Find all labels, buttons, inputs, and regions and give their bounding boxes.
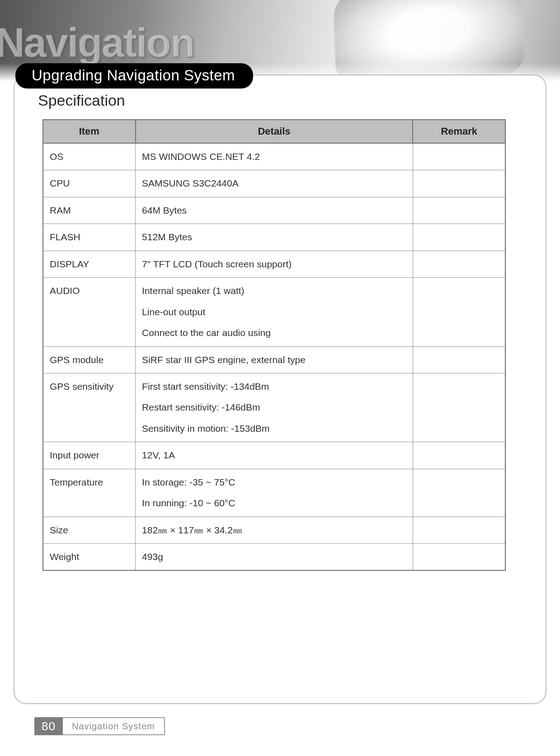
detail-line: Restart sensitivity: -146dBm (142, 401, 407, 414)
table-row: AUDIOInternal speaker (1 watt)Line-out o… (43, 278, 505, 346)
page-number: 80 (34, 717, 63, 735)
cell-details: MS WINDOWS CE.NET 4.2 (136, 143, 413, 170)
cell-item: GPS module (43, 346, 136, 373)
footer-label: Navigation System (63, 717, 165, 735)
table-row: GPS moduleSiRF star III GPS engine, exte… (43, 346, 505, 373)
cell-remark (413, 346, 505, 373)
detail-line: Sensitivity in motion: -153dBm (142, 422, 407, 435)
cell-remark (413, 251, 505, 277)
cell-remark (413, 224, 505, 251)
cell-details: Internal speaker (1 watt)Line-out output… (136, 278, 413, 346)
table-row: FLASH512M Bytes (43, 224, 505, 251)
cell-remark (413, 373, 505, 442)
table-row: RAM64M Bytes (43, 197, 505, 224)
table-row: DISPLAY7" TFT LCD (Touch screen support) (43, 251, 505, 277)
cell-item: Weight (43, 544, 136, 571)
hero-title: Navigation (0, 20, 194, 66)
table-row: Weight493g (43, 544, 505, 571)
table-row: Input power12V, 1A (43, 442, 505, 469)
spec-table: Item Details Remark OSMS WINDOWS CE.NET … (42, 119, 506, 571)
detail-line: First start sensitivity: -134dBm (142, 380, 407, 393)
cell-remark (413, 469, 505, 517)
cell-item: CPU (43, 170, 136, 197)
cell-remark (413, 517, 505, 543)
cell-item: DISPLAY (43, 251, 136, 277)
cell-item: Size (43, 517, 136, 543)
page-footer: 80 Navigation System (34, 717, 165, 735)
cell-item: OS (43, 143, 136, 170)
cell-details: 12V, 1A (136, 442, 413, 469)
cell-remark (413, 278, 505, 346)
cell-details: 512M Bytes (136, 224, 413, 251)
content-panel: Specification Item Details Remark OSMS W… (14, 75, 546, 704)
detail-line: Internal speaker (1 watt) (142, 284, 407, 298)
detail-line: In storage: -35 ~ 75°C (142, 476, 407, 489)
cell-details: First start sensitivity: -134dBmRestart … (136, 373, 413, 442)
table-row: Size182㎜ × 117㎜ × 34.2㎜ (43, 517, 505, 543)
cell-details: In storage: -35 ~ 75°CIn running: -10 ~ … (136, 469, 413, 517)
cell-item: AUDIO (43, 278, 136, 346)
table-row: CPUSAMSUNG S3C2440A (43, 170, 505, 197)
cell-details: 7" TFT LCD (Touch screen support) (136, 251, 413, 277)
cell-remark (413, 170, 505, 197)
cell-details: 182㎜ × 117㎜ × 34.2㎜ (136, 517, 413, 543)
table-row: GPS sensitivityFirst start sensitivity: … (43, 373, 505, 442)
section-pill: Upgrading Navigation System (15, 63, 253, 89)
table-header-row: Item Details Remark (43, 120, 505, 143)
header-item: Item (43, 120, 136, 143)
cell-item: Input power (43, 442, 136, 469)
cell-item: GPS sensitivity (43, 373, 136, 442)
detail-line: In running: -10 ~ 60°C (142, 496, 407, 510)
cell-remark (413, 143, 505, 170)
cell-details: SAMSUNG S3C2440A (136, 170, 413, 197)
detail-line: Line-out output (142, 305, 407, 319)
header-details: Details (136, 120, 413, 143)
detail-line: Connect to the car audio using (142, 326, 407, 340)
table-row: OSMS WINDOWS CE.NET 4.2 (43, 143, 505, 170)
cell-item: RAM (43, 197, 136, 224)
cell-remark (413, 544, 505, 571)
cell-details: 64M Bytes (136, 197, 413, 224)
cell-remark (413, 197, 505, 224)
cell-details: SiRF star III GPS engine, external type (136, 346, 413, 373)
cell-item: FLASH (43, 224, 136, 251)
table-row: TemperatureIn storage: -35 ~ 75°CIn runn… (43, 469, 505, 517)
cell-remark (413, 442, 505, 469)
header-remark: Remark (413, 120, 505, 143)
cell-item: Temperature (43, 469, 136, 517)
section-title: Specification (38, 92, 524, 109)
cell-details: 493g (136, 544, 413, 571)
